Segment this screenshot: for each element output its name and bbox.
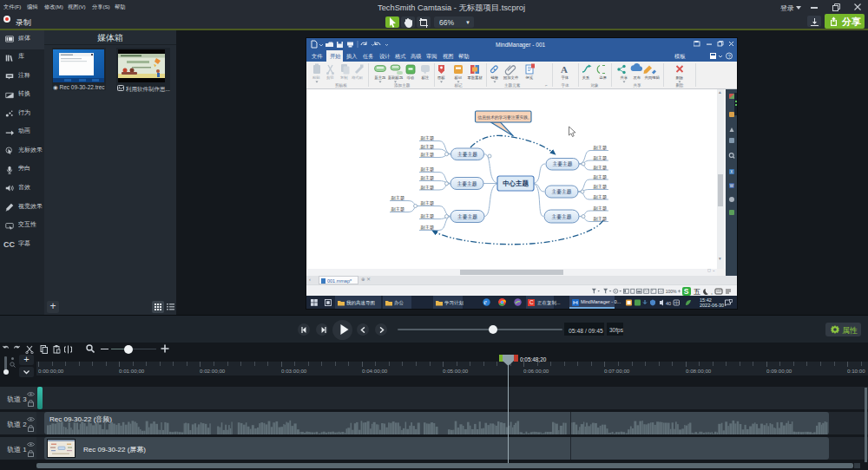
svg-text:剪贴板: 剪贴板 xyxy=(335,83,347,88)
svg-text:新主题: 新主题 xyxy=(375,75,387,80)
svg-text:副主题: 副主题 xyxy=(421,135,435,141)
svg-text:S: S xyxy=(684,287,689,296)
svg-text:副主题: 副主题 xyxy=(391,195,405,201)
svg-text:副主题: 副主题 xyxy=(421,225,435,231)
svg-text:删除: 删除 xyxy=(676,75,684,81)
svg-text:链接: 链接 xyxy=(490,75,499,80)
svg-text:添加主题: 添加主题 xyxy=(394,82,411,88)
svg-text:字体: 字体 xyxy=(562,83,570,88)
svg-text:图标: 图标 xyxy=(437,75,445,81)
svg-text:中: 中 xyxy=(674,300,679,305)
svg-text:共同编辑: 共同编辑 xyxy=(645,75,661,80)
svg-text:标注: 标注 xyxy=(422,75,430,81)
svg-text:剪切: 剪切 xyxy=(326,75,334,81)
svg-text:副主题: 副主题 xyxy=(421,185,435,191)
svg-text:副主题: 副主题 xyxy=(594,165,608,171)
svg-text:主要主题: 主要主题 xyxy=(551,189,571,195)
svg-text:副主题: 副主题 xyxy=(594,184,608,190)
svg-text:副主题: 副主题 xyxy=(421,213,435,219)
svg-text:复制: 复制 xyxy=(340,75,348,80)
svg-text:副主题: 副主题 xyxy=(594,206,608,212)
svg-text:主要主题: 主要主题 xyxy=(551,214,571,220)
svg-text:副主题: 副主题 xyxy=(421,144,435,150)
svg-text:主题元素: 主题元素 xyxy=(504,82,521,88)
svg-text:五: 五 xyxy=(694,288,700,296)
svg-text:主要主题: 主要主题 xyxy=(552,161,572,167)
svg-text:标记: 标记 xyxy=(454,82,464,88)
svg-text:副主题: 副主题 xyxy=(594,216,608,222)
svg-text:格式刷: 格式刷 xyxy=(352,75,363,80)
svg-text:边界: 边界 xyxy=(600,75,608,80)
svg-text:副主题: 副主题 xyxy=(421,175,435,181)
svg-text:信息技术的学习要注重实践。: 信息技术的学习要注重实践。 xyxy=(477,114,532,121)
svg-text:零散素材: 零散素材 xyxy=(468,75,483,81)
svg-text:主要主题: 主要主题 xyxy=(457,214,477,220)
svg-text:粘贴: 粘贴 xyxy=(312,75,320,80)
svg-text:中心主题: 中心主题 xyxy=(503,180,529,187)
svg-text:对象: 对象 xyxy=(591,83,600,88)
svg-text:副主题: 副主题 xyxy=(421,166,435,173)
svg-text:关系: 关系 xyxy=(582,75,590,80)
svg-text:发布: 发布 xyxy=(634,75,641,80)
svg-text:副主题: 副主题 xyxy=(391,206,405,212)
svg-text:删除: 删除 xyxy=(676,82,685,88)
svg-text:共享: 共享 xyxy=(634,83,642,88)
svg-text:副主题: 副主题 xyxy=(594,145,608,151)
svg-text:字体: 字体 xyxy=(562,75,569,80)
svg-text:,: , xyxy=(711,289,713,295)
svg-text:X: X xyxy=(730,170,733,174)
svg-text:副主题: 副主题 xyxy=(421,200,435,206)
svg-text:副主题: 副主题 xyxy=(594,155,608,161)
svg-text:副主题: 副主题 xyxy=(594,174,608,180)
svg-text:W: W xyxy=(730,184,734,188)
svg-text:100%: 100% xyxy=(666,288,677,293)
svg-text:浮动: 浮动 xyxy=(407,75,415,80)
svg-text:⌐: ⌐ xyxy=(545,83,548,88)
svg-text:A: A xyxy=(561,64,568,75)
svg-text:副主题: 副主题 xyxy=(421,152,435,158)
svg-text:标记: 标记 xyxy=(455,75,463,81)
svg-text:主要主题: 主要主题 xyxy=(457,181,477,187)
svg-text:副主题: 副主题 xyxy=(594,194,608,200)
svg-text:主要主题: 主要主题 xyxy=(457,152,477,158)
svg-text:40: 40 xyxy=(666,301,671,306)
svg-text:共享: 共享 xyxy=(621,75,628,80)
svg-text:新副标题: 新副标题 xyxy=(388,75,404,81)
svg-text:附加文件: 附加文件 xyxy=(503,75,519,81)
svg-text:?: ? xyxy=(728,54,731,59)
svg-text:便笺: 便笺 xyxy=(526,75,534,80)
